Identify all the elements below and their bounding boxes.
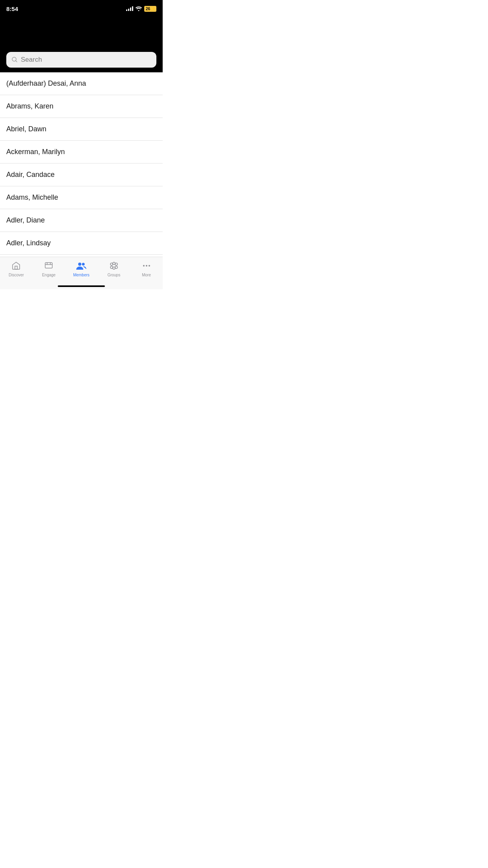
status-bar: 8:54 26⚡	[0, 0, 163, 17]
member-name: Abrams, Karen	[6, 102, 53, 110]
member-name: Ackerman, Marilyn	[6, 148, 65, 156]
list-item[interactable]: Adams, Michelle	[0, 186, 163, 209]
groups-icon	[108, 260, 119, 271]
tab-groups-label: Groups	[107, 273, 120, 277]
svg-rect-1	[15, 266, 17, 269]
list-item[interactable]: Abriel, Dawn	[0, 118, 163, 141]
tab-more[interactable]: More	[130, 260, 163, 277]
member-name: Adler, Lindsay	[6, 239, 51, 247]
wifi-icon	[136, 6, 142, 11]
home-indicator	[58, 285, 105, 287]
tab-discover[interactable]: Discover	[0, 260, 33, 277]
engage-icon	[43, 260, 54, 271]
list-item[interactable]: Adair, Candace	[0, 164, 163, 186]
member-name: Adams, Michelle	[6, 193, 58, 201]
tab-engage-label: Engage	[42, 273, 55, 277]
members-icon	[76, 260, 87, 271]
list-item[interactable]: Abrams, Karen	[0, 95, 163, 118]
tab-more-label: More	[142, 273, 151, 277]
signal-icon	[126, 6, 133, 11]
member-name: Abriel, Dawn	[6, 125, 46, 133]
svg-point-3	[78, 263, 81, 266]
battery-icon: 26⚡	[144, 6, 156, 12]
tab-engage[interactable]: Engage	[33, 260, 65, 277]
tab-groups[interactable]: Groups	[97, 260, 130, 277]
list-item[interactable]: (Aufderhaar) Desai, Anna	[0, 72, 163, 95]
list-item[interactable]: Adler, Lindsay	[0, 232, 163, 255]
svg-point-13	[149, 265, 150, 267]
members-list: (Aufderhaar) Desai, AnnaAbrams, KarenAbr…	[0, 72, 163, 257]
member-name: (Aufderhaar) Desai, Anna	[6, 79, 86, 87]
search-container	[0, 49, 163, 72]
member-name: Adler, Diane	[6, 216, 45, 224]
content-area: (Aufderhaar) Desai, AnnaAbrams, KarenAbr…	[0, 17, 163, 257]
header-black	[0, 17, 163, 49]
tab-members[interactable]: Members	[65, 260, 98, 277]
tab-discover-label: Discover	[9, 273, 24, 277]
search-input[interactable]	[21, 56, 151, 64]
discover-icon	[11, 260, 22, 271]
tab-members-label: Members	[73, 273, 90, 277]
tab-bar: Discover Engage Members	[0, 257, 163, 289]
more-icon	[141, 260, 152, 271]
list-item[interactable]: Ackerman, Marilyn	[0, 141, 163, 164]
search-icon	[12, 57, 18, 63]
svg-point-12	[146, 265, 147, 267]
svg-point-10	[115, 266, 117, 268]
search-bar[interactable]	[6, 52, 156, 68]
svg-point-11	[143, 265, 145, 267]
svg-point-8	[110, 266, 113, 268]
svg-rect-2	[45, 263, 52, 268]
list-item[interactable]: Adler, Diane	[0, 209, 163, 232]
status-time: 8:54	[6, 6, 18, 12]
svg-point-7	[115, 263, 117, 265]
svg-point-4	[82, 263, 84, 266]
svg-point-6	[113, 262, 115, 265]
status-icons: 26⚡	[126, 6, 156, 12]
svg-point-9	[113, 267, 115, 269]
member-name: Adair, Candace	[6, 171, 55, 178]
svg-point-5	[110, 263, 113, 265]
